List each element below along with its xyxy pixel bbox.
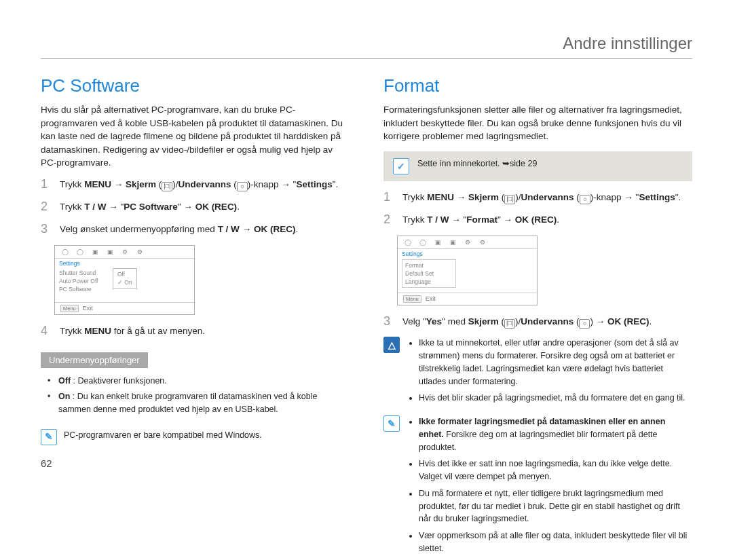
step-number: 2 [41, 200, 52, 214]
thumb-icon-row: ◯◯▣▣⚙⚙ [398, 236, 537, 249]
thumb-header: Settings [402, 250, 533, 257]
thumb-row: Format [405, 261, 453, 269]
list-item: •On : Du kan enkelt bruke programvaren t… [48, 390, 347, 417]
step-text: Trykk MENU → Skjerm (|□|)/Undervanns (☼)… [402, 191, 692, 205]
lcd-thumbnail-pc-software: ◯◯▣▣⚙⚙ Settings Shutter Sound Auto Power… [54, 245, 195, 315]
thumb-row: Language [405, 278, 453, 286]
popup-row: ✓ On [117, 278, 132, 287]
step-text: Trykk T / W → "Format" → OK (REC). [402, 213, 692, 227]
note-icon: ✎ [41, 429, 57, 445]
step-number: 3 [41, 223, 52, 237]
thumb-popup: Off ✓ On [113, 268, 137, 290]
note-text: PC-programvaren er bare kompatibel med W… [64, 429, 262, 445]
popup-row: Off [117, 270, 132, 279]
check-icon: ✓ [393, 158, 409, 174]
step-text: Velg ønsket undermenyoppføring med T / W… [60, 223, 350, 237]
underwater-icon: ☼ [237, 182, 248, 191]
list-item: Vær oppmerksom på at alle filer og data,… [419, 529, 692, 555]
display-icon: |□| [162, 182, 172, 191]
menu-pill: Menu [60, 305, 79, 312]
step-3: 3 Velg ønsket undermenyoppføring med T /… [41, 223, 350, 237]
thumb-icon-row: ◯◯▣▣⚙⚙ [55, 246, 194, 259]
list-item: Ikke formater lagringsmediet på datamask… [419, 415, 692, 453]
step-text: Velg "Yes" med Skjerm (|□|)/Undervanns (… [402, 315, 692, 329]
note-row: ✎ Ikke formater lagringsmediet på datama… [383, 415, 692, 559]
step-number: 3 [383, 315, 394, 329]
step-2: 2 Trykk T / W → "PC Software" → OK (REC)… [41, 200, 350, 214]
menu-pill: Menu [403, 295, 421, 303]
list-item: •Off : Deaktiverer funksjonen. [48, 375, 347, 388]
callout-text: Sette inn minnekortet. ➥side 29 [417, 158, 537, 168]
display-icon: |□| [504, 319, 515, 329]
list-item: Hvis det blir skader på lagringsmediet, … [419, 392, 692, 405]
section-title-format: Format [383, 75, 692, 96]
step-number: 1 [383, 191, 394, 205]
right-column: Format Formateringsfunksjonen sletter al… [383, 75, 692, 559]
left-column: PC Software Hvis du slår på alternativet… [41, 75, 350, 559]
step-text: Trykk MENU → Skjerm (|□|)/Undervanns (☼)… [60, 178, 350, 192]
step-text: Trykk MENU for å gå ut av menyen. [60, 324, 350, 339]
list-item: Hvis det ikke er satt inn noe lagringsme… [419, 458, 692, 483]
step-4: 4 Trykk MENU for å gå ut av menyen. [41, 324, 350, 339]
list-item: Du må formatere et nytt, eller tidligere… [419, 487, 692, 525]
thumb-exit-label: Exit [83, 305, 93, 312]
manual-page: Andre innstillinger PC Software Hvis du … [0, 0, 733, 560]
underwater-icon: ☼ [580, 195, 590, 204]
thumb-foot: MenuExit [398, 293, 537, 305]
step-3: 3 Velg "Yes" med Skjerm (|□|)/Undervanns… [383, 315, 692, 329]
intro-text: Hvis du slår på alternativet PC-programv… [41, 103, 350, 170]
step-2: 2 Trykk T / W → "Format" → OK (REC). [383, 213, 692, 227]
display-icon: |□| [504, 195, 515, 204]
note-list: Ikke formater lagringsmediet på datamask… [407, 415, 692, 559]
section-title-pc-software: PC Software [41, 75, 350, 96]
step-number: 2 [383, 213, 394, 227]
intro-text: Formateringsfunksjonen sletter alle file… [383, 103, 692, 143]
thumb-exit-label: Exit [426, 295, 436, 302]
thumb-header: Settings [59, 260, 190, 267]
callout-box: ✓ Sette inn minnekortet. ➥side 29 [383, 151, 692, 181]
submenu-header: Undermenyoppføringer [41, 352, 148, 368]
step-1: 1 Trykk MENU → Skjerm (|□|)/Undervanns (… [383, 191, 692, 205]
step-number: 1 [41, 178, 52, 192]
underwater-icon: ☼ [579, 319, 590, 329]
page-number: 62 [41, 458, 350, 469]
note-row: ✎ PC-programvaren er bare kompatibel med… [41, 429, 350, 445]
step-text: Trykk T / W → "PC Software" → OK (REC). [60, 200, 350, 214]
content-columns: PC Software Hvis du slår på alternativet… [41, 75, 692, 559]
thumb-row: Default Set [405, 269, 453, 278]
warning-list: Ikke ta ut minnekortet, eller utfør andr… [407, 337, 692, 409]
warning-row: △ Ikke ta ut minnekortet, eller utfør an… [383, 337, 692, 409]
thumb-foot: MenuExit [55, 302, 194, 314]
list-item: Ikke ta ut minnekortet, eller utfør andr… [419, 337, 692, 388]
lcd-thumbnail-format: ◯◯▣▣⚙⚙ Settings Format Default Set Langu… [397, 236, 538, 305]
step-number: 4 [41, 324, 52, 339]
note-icon: ✎ [383, 415, 400, 432]
warning-icon: △ [383, 337, 400, 353]
page-header: Andre innstillinger [41, 34, 692, 59]
step-1: 1 Trykk MENU → Skjerm (|□|)/Undervanns (… [41, 178, 350, 192]
submenu-list: •Off : Deaktiverer funksjonen. •On : Du … [41, 375, 350, 422]
